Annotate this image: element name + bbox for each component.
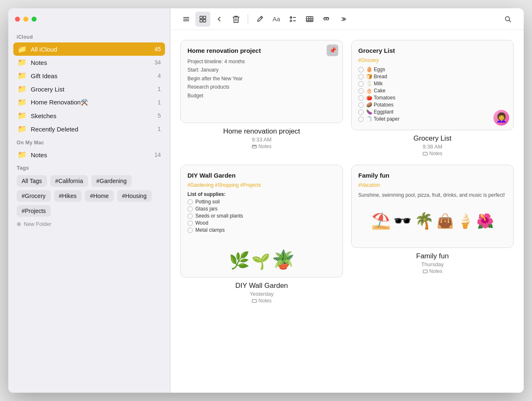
sidebar-item-gift-ideas[interactable]: 📁 Gift Ideas 4 — [13, 69, 165, 82]
list-item: 🍞 Bread — [358, 74, 507, 79]
note-meta-family-fun: Family fun Thursday Notes — [351, 248, 514, 274]
checkbox-icon — [358, 67, 364, 72]
compose-button[interactable] — [252, 12, 267, 27]
grid-view-button[interactable] — [195, 12, 210, 27]
format-button[interactable]: Aa — [269, 12, 284, 27]
delete-button[interactable] — [229, 12, 244, 27]
note-card-family-fun[interactable]: Family fun #Vacation Sunshine, swimming … — [351, 165, 514, 304]
folder-icon: 📁 — [17, 112, 27, 119]
search-button[interactable] — [500, 12, 515, 27]
checkbox-icon — [358, 116, 364, 122]
folder-icon: 📁 — [17, 45, 27, 53]
folder-icon: 📁 — [17, 59, 27, 66]
checkbox-icon — [187, 206, 193, 212]
checkbox-icon — [358, 95, 364, 101]
supplies-label: List of supplies: — [187, 191, 336, 197]
folder-count: 1 — [158, 99, 161, 106]
on-my-mac-section-label: On My Mac — [13, 136, 165, 148]
tags-section: Tags All Tags #California #Gardening #Gr… — [13, 161, 165, 217]
svg-point-11 — [290, 20, 292, 22]
note-card-home-reno[interactable]: Home renovation project 📌 Project timeli… — [180, 40, 343, 156]
note-folder-name: Notes — [429, 151, 442, 156]
sidebar-item-home-renovation[interactable]: 📁 Home Renovation⚒️ 1 — [13, 96, 165, 109]
note-folder-name: Notes — [259, 298, 271, 304]
svg-rect-25 — [252, 300, 256, 302]
list-item: Seeds or small plants — [187, 213, 336, 219]
checkbox-icon — [358, 109, 364, 115]
sidebar: iCloud 📁 All iCloud 45 📁 Notes 34 📁 Gift… — [8, 8, 170, 393]
list-item: 🥚 Eggs — [358, 67, 507, 72]
sidebar-item-grocery-list[interactable]: 📁 Grocery List 1 — [13, 82, 165, 96]
sidebar-item-notes[interactable]: 📁 Notes 34 — [13, 56, 165, 69]
note-card-grocery[interactable]: Grocery List #Grocery 🥚 Eggs 🍞 Bread 🥛 M… — [351, 40, 514, 156]
svg-line-9 — [261, 17, 262, 18]
family-fun-image: ⛱️ 🕶️ 🌴 👜 🍦 🌺 — [358, 202, 507, 240]
tag-gardening[interactable]: #Gardening — [91, 175, 132, 187]
sidebar-item-sketches[interactable]: 📁 Sketches 5 — [13, 109, 165, 122]
list-item: Glass jars — [187, 206, 336, 212]
checkbox-icon — [187, 213, 193, 219]
note-card-diy-garden[interactable]: DIY Wall Garden #Gardening #Shopping #Pr… — [180, 165, 343, 304]
note-preview-body: Sunshine, swimming pool, pizza, fruit, d… — [358, 191, 507, 199]
folder-icon: 📁 — [17, 99, 27, 106]
note-meta-home-reno: Home renovation project 9:33 AM Notes — [180, 123, 343, 149]
svg-rect-3 — [200, 16, 202, 19]
table-button[interactable] — [302, 12, 317, 27]
more-button[interactable] — [335, 12, 350, 27]
sidebar-item-recently-deleted[interactable]: 📁 Recently Deleted 1 — [13, 122, 165, 136]
note-preview-tag: #Gardening #Shopping #Projects — [187, 182, 336, 188]
folder-icon — [423, 151, 428, 156]
note-title: DIY Wall Garden — [235, 282, 288, 290]
tag-projects[interactable]: #Projects — [17, 205, 51, 217]
folder-icon — [252, 298, 257, 303]
checkbox-icon — [187, 228, 193, 233]
new-folder-button[interactable]: ⊕ New Folder — [13, 217, 165, 229]
folder-count: 1 — [158, 126, 161, 132]
list-item: Metal clamps — [187, 227, 336, 233]
note-folder-name: Notes — [429, 268, 442, 274]
tag-grocery[interactable]: #Grocery — [17, 190, 51, 202]
fullscreen-button[interactable] — [32, 17, 37, 22]
tag-hikes[interactable]: #Hikes — [54, 190, 82, 202]
checklist-button[interactable] — [286, 12, 300, 27]
note-time: Thursday — [421, 261, 443, 267]
list-view-button[interactable] — [179, 12, 194, 27]
folder-name: Gift Ideas — [31, 72, 153, 79]
note-preview-family-fun: Family fun #Vacation Sunshine, swimming … — [351, 165, 514, 248]
attachment-button[interactable] — [319, 12, 334, 27]
folder-name: Sketches — [31, 112, 153, 119]
note-preview-title: Family fun — [358, 172, 507, 179]
note-preview-title: Home renovation project — [187, 47, 336, 54]
sidebar-item-all-icloud[interactable]: 📁 All iCloud 45 — [13, 42, 165, 56]
icloud-section-label: iCloud — [13, 30, 165, 42]
folder-name: Grocery List — [31, 86, 153, 93]
folder-icon: 📁 — [17, 85, 27, 93]
folder-name: Recently Deleted — [31, 126, 153, 133]
back-button[interactable] — [212, 12, 227, 27]
note-folder: Notes — [423, 268, 442, 274]
tags-label: Tags — [17, 165, 162, 171]
tag-all-tags[interactable]: All Tags — [17, 175, 47, 187]
tag-california[interactable]: #California — [50, 175, 88, 187]
titlebar — [8, 8, 170, 30]
sidebar-content: iCloud 📁 All iCloud 45 📁 Notes 34 📁 Gift… — [8, 30, 170, 393]
pin-button[interactable]: 📌 — [327, 45, 338, 56]
minimize-button[interactable] — [23, 17, 28, 22]
folder-count: 45 — [154, 46, 161, 52]
sidebar-item-mac-notes[interactable]: 📁 Notes 14 — [13, 148, 165, 161]
note-meta-diy-garden: DIY Wall Garden Yesterday Notes — [180, 277, 343, 304]
tag-home[interactable]: #Home — [85, 190, 113, 202]
svg-rect-6 — [203, 20, 206, 22]
svg-rect-24 — [423, 152, 427, 155]
folder-count: 14 — [154, 151, 161, 158]
note-preview-diy-garden: DIY Wall Garden #Gardening #Shopping #Pr… — [180, 165, 343, 277]
folder-icon: 📁 — [17, 125, 27, 133]
folder-name: Notes — [31, 59, 150, 66]
close-button[interactable] — [15, 17, 20, 22]
tag-housing[interactable]: #Housing — [117, 190, 152, 202]
checkbox-icon — [358, 74, 364, 79]
note-title: Home renovation project — [223, 127, 300, 136]
list-item: Potting soil — [187, 199, 336, 205]
svg-rect-26 — [423, 270, 427, 273]
svg-rect-5 — [200, 20, 202, 22]
